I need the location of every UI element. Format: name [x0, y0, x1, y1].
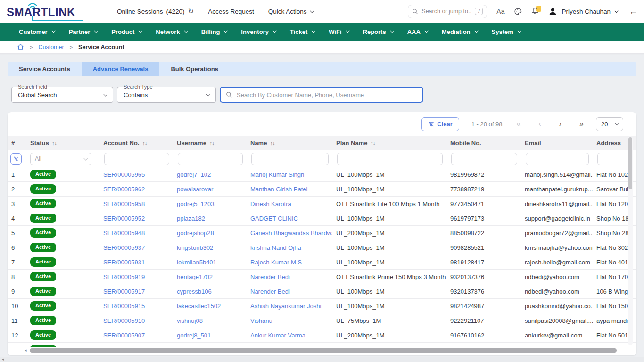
plan-name-filter-input[interactable] — [337, 153, 443, 165]
username-link[interactable]: lakecastlec1502 — [177, 303, 221, 310]
scroll-left-arrow[interactable]: ◂ — [25, 348, 27, 353]
username-link[interactable]: kingstonb302 — [177, 244, 213, 251]
username-link[interactable]: heritage1702 — [177, 273, 213, 280]
home-icon[interactable] — [17, 43, 24, 50]
username-link[interactable]: godrej8_501 — [177, 332, 211, 339]
name-filter-input[interactable] — [251, 153, 329, 165]
customer-name-link[interactable]: Rajesh Kumar M.S — [250, 259, 302, 266]
username-link[interactable]: godrej5_1203 — [177, 200, 215, 207]
text-size-toggle[interactable]: Aa — [496, 8, 504, 15]
filter-toggle-button[interactable] — [10, 153, 22, 165]
quick-actions-menu[interactable]: Quick Actions — [268, 8, 313, 15]
nav-menu-item[interactable]: Inventory — [241, 28, 276, 35]
status-filter-select[interactable]: All — [30, 153, 91, 165]
sort-icon[interactable]: ↑↓ — [52, 140, 57, 147]
nav-menu-item[interactable]: System — [492, 28, 520, 35]
username-link[interactable]: cypressb106 — [177, 288, 212, 295]
customer-search-input[interactable] — [237, 91, 417, 99]
vertical-scrollbar-thumb[interactable] — [628, 137, 632, 189]
customer-name-link[interactable]: Manoj Kumar Singh — [250, 171, 304, 178]
access-request-link[interactable]: Access Request — [208, 8, 254, 15]
account-no-link[interactable]: SER/00005952 — [103, 215, 145, 222]
horizontal-scrollbar[interactable]: ◂ — [25, 348, 617, 353]
user-menu[interactable]: Priyesh Chauhan — [548, 7, 618, 16]
account-no-link[interactable]: SER/00005907 — [103, 332, 145, 339]
col-mobile-no: Mobile No. — [446, 140, 521, 147]
nav-menu-item[interactable]: Mediation — [442, 28, 478, 35]
online-sessions[interactable]: Online Sessions (4220) ↻ — [117, 7, 194, 16]
username-link[interactable]: godrej7_102 — [177, 171, 211, 178]
username-link[interactable]: powaisarovar — [177, 186, 213, 193]
page-size-select[interactable]: 20 — [596, 117, 623, 131]
back-arrow-icon[interactable]: ← — [629, 7, 637, 16]
nav-menu-item[interactable]: WiFi — [329, 28, 348, 35]
refresh-icon[interactable]: ↻ — [188, 7, 194, 16]
search-field-select[interactable]: Search Field Global Search — [11, 87, 113, 103]
account-no-link[interactable]: SER/00005919 — [103, 273, 145, 280]
account-no-filter-input[interactable] — [104, 153, 169, 165]
breadcrumb-customer[interactable]: Customer — [38, 44, 64, 50]
scroll-left-arrow[interactable]: ◂ — [2, 357, 4, 362]
vertical-scrollbar[interactable] — [628, 136, 633, 345]
theme-palette-icon[interactable] — [514, 8, 522, 16]
account-no-link[interactable]: SER/00005915 — [103, 303, 145, 310]
notifications-bell-icon[interactable] — [531, 7, 539, 16]
tab-advance-renewals[interactable]: Advance Renewals — [82, 62, 160, 76]
username-link[interactable]: vishnuj08 — [177, 317, 203, 324]
customer-name-link[interactable]: Ankur Kumar Varma — [250, 332, 305, 339]
account-no-link[interactable]: SER/00005948 — [103, 230, 145, 237]
tab-bulk-operations[interactable]: Bulk Operations — [159, 62, 229, 76]
customer-name-link[interactable]: Vishanu — [250, 317, 272, 324]
email-filter-input[interactable] — [526, 153, 589, 165]
customer-name-link[interactable]: Dinesh Karotra — [250, 200, 291, 207]
customer-name-link[interactable]: GADGET CLINIC — [250, 215, 298, 222]
customer-name-link[interactable]: Narender Bedi — [250, 288, 290, 295]
page-horizontal-scrollbar[interactable]: ◂ — [0, 357, 644, 362]
username-link[interactable]: pplaza182 — [177, 215, 205, 222]
username-link[interactable]: lokmilan5b401 — [177, 259, 216, 266]
account-no-link[interactable]: SER/00005937 — [103, 244, 145, 251]
horizontal-scrollbar-thumb[interactable] — [30, 348, 617, 353]
plan-name-cell: UL_100Mbps_1M — [332, 186, 446, 193]
nav-menu-item[interactable]: Partner — [69, 28, 98, 35]
email-cell: manthanpatel.gurukrup... — [521, 186, 593, 193]
username-link[interactable]: godrejshop28 — [177, 230, 214, 237]
customer-name-link[interactable]: Narender Bedi — [250, 273, 290, 280]
tab-service-accounts[interactable]: Service Accounts — [8, 62, 82, 76]
nav-menu-item[interactable]: Network — [156, 28, 187, 35]
customer-name-link[interactable]: Manthan Girish Patel — [250, 186, 307, 193]
sort-icon[interactable]: ↑↓ — [142, 140, 147, 147]
nav-menu-item[interactable]: Customer — [19, 28, 55, 35]
account-no-link[interactable]: SER/00005962 — [103, 186, 145, 193]
search-type-select[interactable]: Search Type Contains — [117, 87, 216, 103]
next-page-button[interactable]: › — [559, 120, 561, 128]
username-filter-input[interactable] — [178, 153, 243, 165]
content-area: Service Accounts Advance Renewals Bulk O… — [0, 62, 644, 355]
mobile-no-filter-input[interactable] — [451, 153, 517, 165]
nav-menu-item[interactable]: Ticket — [290, 28, 314, 35]
account-no-link[interactable]: SER/00005965 — [103, 171, 145, 178]
first-page-button[interactable]: « — [517, 120, 521, 128]
customer-name-link[interactable]: Ashish Nayankumar Joshi — [250, 303, 321, 310]
global-search-input[interactable] — [421, 8, 471, 15]
nav-menu-item[interactable]: Product — [111, 28, 141, 35]
customer-name-link[interactable]: Ganesh Bhagwandas Bhardwaj — [250, 230, 332, 237]
account-no-link[interactable]: SER/00005958 — [103, 200, 145, 207]
last-page-button[interactable]: » — [579, 120, 584, 128]
pagination-range: 1 - 20 of 98 — [471, 121, 503, 128]
app-logo[interactable]: SMARTLINK — [7, 6, 95, 19]
sort-icon[interactable]: ↑↓ — [270, 140, 274, 147]
sort-icon[interactable]: ↑↓ — [370, 140, 375, 147]
nav-menu-item[interactable]: Billing — [201, 28, 227, 35]
prev-page-button[interactable]: ‹ — [538, 120, 541, 128]
account-no-link[interactable]: SER/00005931 — [103, 259, 145, 266]
clear-filters-button[interactable]: Clear — [421, 117, 459, 131]
sort-icon[interactable]: ↑↓ — [209, 140, 214, 147]
account-no-link[interactable]: SER/00005910 — [103, 317, 145, 324]
status-badge: Active — [30, 345, 56, 347]
global-search[interactable]: / — [408, 5, 487, 18]
nav-menu-item[interactable]: AAA — [407, 28, 428, 35]
account-no-link[interactable]: SER/00005917 — [103, 288, 145, 295]
nav-menu-item[interactable]: Reports — [363, 28, 393, 35]
customer-name-link[interactable]: krishna Nand Ojha — [250, 244, 301, 251]
